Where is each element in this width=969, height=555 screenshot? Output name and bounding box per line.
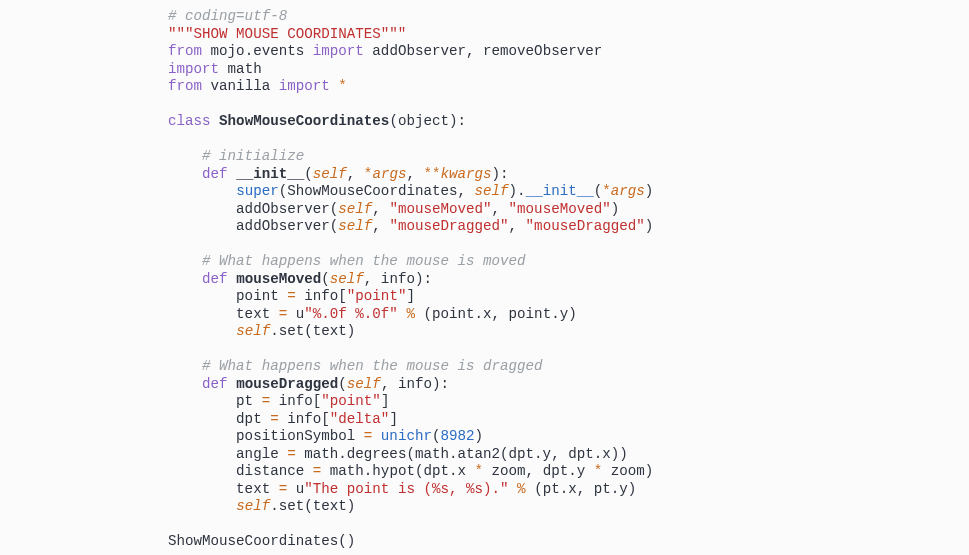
comment: # What happens when the mouse is dragged: [168, 358, 543, 374]
rest: ]: [381, 393, 390, 409]
paren: (: [338, 376, 347, 392]
kwargs: kwargs: [441, 166, 492, 182]
rest: zoom, dpt.y: [483, 463, 594, 479]
rest: zoom): [602, 463, 653, 479]
self: self: [236, 323, 270, 339]
string: "%.0f %.0f": [304, 306, 398, 322]
equals: =: [270, 411, 279, 427]
call-unichr: unichr: [381, 428, 432, 444]
keyword-def: def: [168, 166, 236, 182]
string: "mouseDragged": [526, 218, 645, 234]
rest: info[: [270, 393, 321, 409]
string: "point": [321, 393, 381, 409]
equals: =: [287, 288, 296, 304]
var: angle: [168, 446, 287, 462]
equals: =: [279, 481, 288, 497]
self: self: [236, 498, 270, 514]
module: mojo.events: [202, 43, 313, 59]
docstring: """SHOW MOUSE COORDINATES""": [168, 26, 406, 42]
rest: math.degrees(math.atan2(dpt.y, dpt.x)): [296, 446, 628, 462]
keyword-def: def: [168, 271, 236, 287]
equals: =: [313, 463, 322, 479]
call-add-observer: addObserver(: [168, 201, 338, 217]
var: distance: [168, 463, 313, 479]
star: *: [594, 463, 603, 479]
keyword-def: def: [168, 376, 236, 392]
keyword-import: import: [313, 43, 364, 59]
string: "mouseDragged": [389, 218, 508, 234]
comment: # coding=utf-8: [168, 8, 287, 24]
string: "point": [347, 288, 407, 304]
call-add-observer: addObserver(: [168, 218, 338, 234]
args: args: [372, 166, 406, 182]
string: "mouseMoved": [389, 201, 491, 217]
string: "The point is (%s, %s).": [304, 481, 508, 497]
string: "delta": [330, 411, 390, 427]
indent: [168, 498, 236, 514]
comma: ,: [372, 218, 389, 234]
call-super: super: [236, 183, 279, 199]
indent: [168, 183, 236, 199]
paren: ).: [509, 183, 526, 199]
self: self: [338, 218, 372, 234]
rest: (pt.x, pt.y): [534, 481, 636, 497]
method-mousemoved: mouseMoved: [236, 271, 321, 287]
keyword-import: import: [279, 78, 330, 94]
paren: ):: [492, 166, 509, 182]
comma: ,: [406, 166, 423, 182]
import-names: addObserver, removeObserver: [364, 43, 602, 59]
indent: [168, 323, 236, 339]
method-mousedragged: mouseDragged: [236, 376, 338, 392]
args: args: [611, 183, 645, 199]
equals: =: [279, 306, 288, 322]
call-showmousecoordinates: ShowMouseCoordinates(): [168, 533, 355, 549]
percent: %: [509, 481, 535, 497]
paren: ): [645, 218, 654, 234]
rest: info[: [296, 288, 347, 304]
self: self: [313, 166, 347, 182]
var: dpt: [168, 411, 270, 427]
self: self: [330, 271, 364, 287]
var: text: [168, 481, 279, 497]
class-name: ShowMouseCoordinates: [219, 113, 389, 129]
star: **: [423, 166, 440, 182]
sp: [372, 428, 381, 444]
equals: =: [287, 446, 296, 462]
module: vanilla: [202, 78, 279, 94]
percent: %: [398, 306, 424, 322]
string: "mouseMoved": [509, 201, 611, 217]
paren: ): [475, 428, 484, 444]
comment: # initialize: [168, 148, 304, 164]
paren: ): [645, 183, 654, 199]
self: self: [338, 201, 372, 217]
rest: ]: [389, 411, 398, 427]
var: text: [168, 306, 279, 322]
keyword-from: from: [168, 78, 202, 94]
rest: , info):: [364, 271, 432, 287]
var: positionSymbol: [168, 428, 364, 444]
comma: ,: [509, 218, 526, 234]
number: 8982: [440, 428, 474, 444]
call-init: __init__: [526, 183, 594, 199]
comma: ,: [492, 201, 509, 217]
paren: (: [594, 183, 603, 199]
paren: (ShowMouseCoordinates,: [279, 183, 475, 199]
code-block: # coding=utf-8 """SHOW MOUSE COORDINATES…: [0, 0, 969, 551]
paren: (: [304, 166, 313, 182]
var: point: [168, 288, 287, 304]
star: *: [475, 463, 484, 479]
rest: info[: [279, 411, 330, 427]
rest: , info):: [381, 376, 449, 392]
star: *: [602, 183, 611, 199]
comment: # What happens when the mouse is moved: [168, 253, 526, 269]
rest: (point.x, point.y): [423, 306, 576, 322]
module: math: [219, 61, 262, 77]
rest: ]: [406, 288, 415, 304]
paren: ): [611, 201, 620, 217]
paren: (: [321, 271, 330, 287]
rest: math.hypot(dpt.x: [321, 463, 474, 479]
keyword-class: class: [168, 113, 219, 129]
var: pt: [168, 393, 262, 409]
rest: .set(text): [270, 498, 355, 514]
keyword-from: from: [168, 43, 202, 59]
